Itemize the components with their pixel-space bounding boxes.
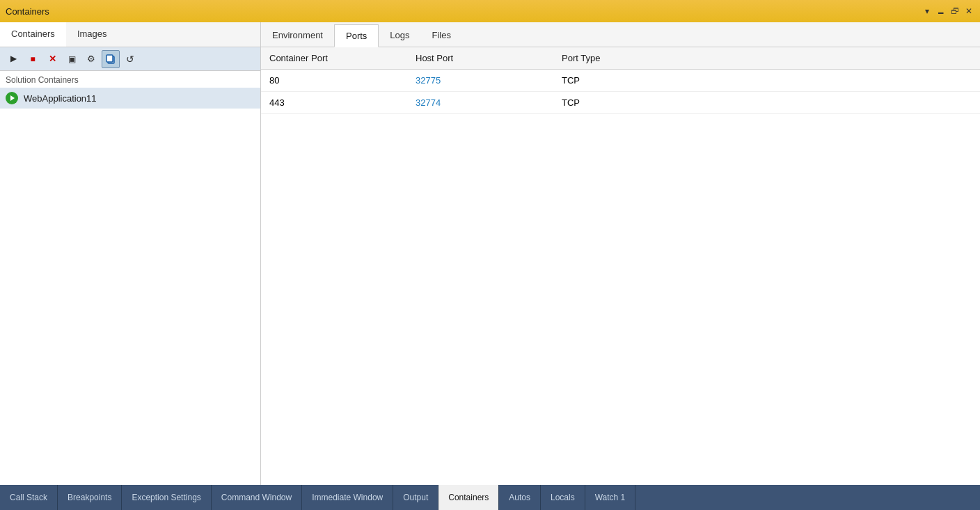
bottom-tab-autos[interactable]: Autos bbox=[499, 485, 541, 510]
col-header-port-type: Port Type bbox=[553, 47, 700, 70]
cell-port-type-2: TCP bbox=[553, 92, 700, 114]
left-tab-bar: Containers Images bbox=[0, 22, 260, 47]
col-header-container-port: Container Port bbox=[261, 47, 407, 70]
bottom-tab-watch1[interactable]: Watch 1 bbox=[585, 485, 636, 510]
dropdown-btn[interactable]: ▾ bbox=[922, 6, 933, 17]
cell-host-port-1[interactable]: 32775 bbox=[407, 70, 553, 92]
host-port-link-2[interactable]: 32774 bbox=[416, 97, 441, 108]
left-panel: Containers Images ▶ ■ ✕ ▣ ⚙ bbox=[0, 22, 261, 485]
cell-extra-1 bbox=[700, 70, 980, 92]
left-panel-empty bbox=[0, 109, 260, 485]
col-header-host-port: Host Port bbox=[407, 47, 553, 70]
close-btn[interactable]: ✕ bbox=[963, 6, 974, 17]
right-tab-bar: Environment Ports Logs Files bbox=[261, 22, 980, 47]
window-controls: ▾ 🗕 🗗 ✕ bbox=[922, 6, 974, 17]
tab-files[interactable]: Files bbox=[421, 24, 462, 47]
cell-container-port-1: 80 bbox=[261, 70, 407, 92]
bottom-tab-call-stack[interactable]: Call Stack bbox=[0, 485, 58, 510]
right-panel: Environment Ports Logs Files Container P… bbox=[261, 22, 980, 485]
bottom-tab-breakpoints[interactable]: Breakpoints bbox=[58, 485, 122, 510]
copy-button[interactable] bbox=[102, 50, 120, 68]
restore-btn[interactable]: 🗗 bbox=[949, 6, 961, 17]
col-header-extra bbox=[700, 47, 980, 70]
solution-label: Solution Containers bbox=[0, 71, 260, 88]
tab-environment[interactable]: Environment bbox=[261, 24, 334, 47]
terminal-button[interactable]: ▣ bbox=[63, 50, 81, 68]
tab-images[interactable]: Images bbox=[66, 22, 118, 47]
settings-button[interactable]: ⚙ bbox=[82, 50, 100, 68]
bottom-tab-containers[interactable]: Containers bbox=[438, 485, 499, 510]
bottom-tab-locals[interactable]: Locals bbox=[541, 485, 585, 510]
container-status-icon bbox=[6, 92, 18, 104]
bottom-tab-command-window[interactable]: Command Window bbox=[212, 485, 302, 510]
stop-button[interactable]: ■ bbox=[24, 50, 42, 68]
refresh-button[interactable]: ↺ bbox=[121, 50, 139, 68]
host-port-link-1[interactable]: 32775 bbox=[416, 75, 441, 86]
tab-logs[interactable]: Logs bbox=[379, 24, 420, 47]
container-item[interactable]: WebApplication11 bbox=[0, 88, 260, 109]
tab-containers[interactable]: Containers bbox=[0, 22, 66, 47]
container-name: WebApplication11 bbox=[24, 93, 97, 104]
start-button[interactable]: ▶ bbox=[4, 50, 22, 68]
title-bar: Containers ▾ 🗕 🗗 ✕ bbox=[0, 0, 980, 22]
bottom-tab-exception-settings[interactable]: Exception Settings bbox=[122, 485, 211, 510]
ports-table-container: Container Port Host Port Port Type 80 32… bbox=[261, 47, 980, 485]
cell-extra-2 bbox=[700, 92, 980, 114]
table-header-row: Container Port Host Port Port Type bbox=[261, 47, 980, 70]
cell-port-type-1: TCP bbox=[553, 70, 700, 92]
cell-host-port-2[interactable]: 32774 bbox=[407, 92, 553, 114]
svg-rect-1 bbox=[106, 55, 113, 62]
tab-ports[interactable]: Ports bbox=[334, 24, 379, 47]
table-row: 80 32775 TCP bbox=[261, 70, 980, 92]
cell-container-port-2: 443 bbox=[261, 92, 407, 114]
bottom-tabbar: Call Stack Breakpoints Exception Setting… bbox=[0, 485, 980, 510]
table-row: 443 32774 TCP bbox=[261, 92, 980, 114]
minimize-btn[interactable]: 🗕 bbox=[935, 6, 947, 17]
bottom-tab-output[interactable]: Output bbox=[393, 485, 438, 510]
ports-table: Container Port Host Port Port Type 80 32… bbox=[261, 47, 980, 114]
main-content: Containers Images ▶ ■ ✕ ▣ ⚙ bbox=[0, 22, 980, 485]
bottom-tab-immediate-window[interactable]: Immediate Window bbox=[302, 485, 393, 510]
delete-button[interactable]: ✕ bbox=[43, 50, 61, 68]
toolbar: ▶ ■ ✕ ▣ ⚙ ↺ bbox=[0, 47, 260, 71]
window-title: Containers bbox=[6, 6, 49, 17]
